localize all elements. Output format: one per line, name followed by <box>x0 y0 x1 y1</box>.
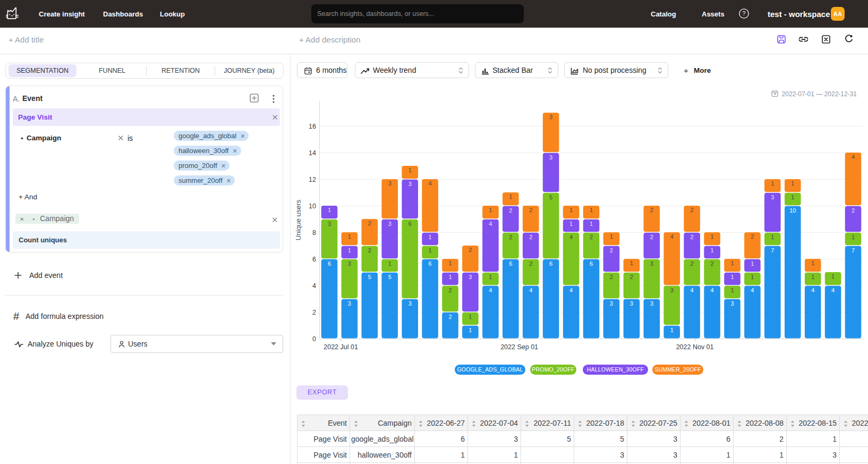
svg-text:1: 1 <box>730 287 734 293</box>
svg-text:3: 3 <box>670 287 674 293</box>
svg-text:1: 1 <box>711 233 714 240</box>
svg-text:8: 8 <box>312 229 316 237</box>
svg-text:6: 6 <box>312 256 316 263</box>
svg-text:12: 12 <box>309 176 316 183</box>
svg-text:3: 3 <box>650 260 653 267</box>
svg-text:1: 1 <box>328 207 331 213</box>
svg-text:3: 3 <box>388 180 392 187</box>
svg-text:10: 10 <box>789 207 796 214</box>
svg-text:3: 3 <box>630 300 633 307</box>
svg-text:6: 6 <box>549 260 552 267</box>
svg-text:4: 4 <box>569 234 573 240</box>
svg-text:3: 3 <box>771 194 774 200</box>
svg-text:0: 0 <box>312 335 316 343</box>
svg-text:2: 2 <box>368 220 371 226</box>
svg-text:1: 1 <box>831 273 835 280</box>
svg-text:5: 5 <box>549 194 552 200</box>
svg-text:1: 1 <box>791 180 794 187</box>
svg-text:3: 3 <box>348 300 351 307</box>
svg-text:2: 2 <box>529 260 532 267</box>
svg-text:1: 1 <box>429 247 432 254</box>
svg-text:2: 2 <box>509 207 512 214</box>
svg-text:2: 2 <box>630 274 633 280</box>
svg-text:1: 1 <box>429 234 432 240</box>
svg-text:14: 14 <box>309 149 316 157</box>
svg-text:?: ? <box>743 10 746 16</box>
svg-text:2: 2 <box>590 234 593 240</box>
svg-text:6: 6 <box>509 260 512 267</box>
svg-text:1: 1 <box>448 274 452 280</box>
svg-text:1: 1 <box>590 207 593 213</box>
svg-text:3: 3 <box>549 114 552 120</box>
svg-text:10: 10 <box>309 203 316 210</box>
svg-text:3: 3 <box>549 154 552 161</box>
svg-text:2022 Nov 01: 2022 Nov 01 <box>676 343 714 351</box>
svg-text:1: 1 <box>771 180 774 187</box>
svg-text:1: 1 <box>409 167 412 173</box>
svg-text:1: 1 <box>388 260 392 267</box>
svg-text:7: 7 <box>852 247 855 254</box>
svg-text:4: 4 <box>811 287 814 293</box>
svg-text:1: 1 <box>348 247 351 254</box>
svg-text:1: 1 <box>469 327 472 333</box>
svg-text:3: 3 <box>650 300 653 307</box>
svg-text:7: 7 <box>771 247 774 254</box>
svg-text:3: 3 <box>328 221 331 227</box>
svg-text:1: 1 <box>670 327 674 333</box>
svg-text:3: 3 <box>469 274 472 280</box>
svg-text:2: 2 <box>691 207 694 213</box>
svg-text:2: 2 <box>691 234 694 240</box>
svg-text:2: 2 <box>751 233 754 240</box>
svg-text:3: 3 <box>348 260 351 267</box>
svg-text:1: 1 <box>448 260 452 266</box>
svg-text:2: 2 <box>711 260 714 267</box>
svg-text:2: 2 <box>529 234 532 240</box>
svg-text:1: 1 <box>751 274 754 280</box>
svg-text:4: 4 <box>312 282 316 290</box>
svg-text:1: 1 <box>711 247 714 254</box>
svg-text:1: 1 <box>569 221 573 227</box>
svg-text:6: 6 <box>409 221 412 227</box>
svg-text:2: 2 <box>610 274 613 280</box>
svg-text:2: 2 <box>368 247 371 254</box>
svg-text:1: 1 <box>730 260 734 266</box>
svg-text:1: 1 <box>791 194 794 200</box>
svg-text:4: 4 <box>429 180 432 187</box>
svg-text:4: 4 <box>489 287 492 293</box>
svg-text:2022 Jul 01: 2022 Jul 01 <box>324 343 358 351</box>
svg-text:1: 1 <box>509 193 512 200</box>
svg-text:4: 4 <box>489 221 492 227</box>
svg-text:4: 4 <box>711 287 714 293</box>
svg-text:6: 6 <box>328 260 331 267</box>
svg-text:1: 1 <box>630 260 633 266</box>
svg-text:2: 2 <box>852 207 855 214</box>
svg-text:5: 5 <box>388 274 392 280</box>
svg-text:4: 4 <box>569 287 573 293</box>
svg-text:1: 1 <box>751 260 754 267</box>
svg-text:2: 2 <box>312 309 316 316</box>
svg-text:3: 3 <box>409 181 412 187</box>
svg-text:3: 3 <box>409 300 412 307</box>
svg-text:2: 2 <box>650 207 653 213</box>
svg-text:1: 1 <box>811 260 814 266</box>
svg-text:5: 5 <box>368 274 371 280</box>
svg-text:1: 1 <box>610 233 613 240</box>
svg-text:4: 4 <box>831 287 835 293</box>
svg-text:1: 1 <box>569 207 573 213</box>
svg-text:3: 3 <box>610 300 613 307</box>
svg-text:4: 4 <box>529 287 532 293</box>
svg-text:2022 Sep 01: 2022 Sep 01 <box>500 343 538 351</box>
svg-text:3: 3 <box>730 300 734 307</box>
svg-text:1: 1 <box>590 221 593 227</box>
svg-text:2: 2 <box>650 234 653 240</box>
svg-text:16: 16 <box>309 123 316 130</box>
svg-text:1: 1 <box>489 207 492 213</box>
svg-text:2: 2 <box>469 247 472 253</box>
svg-text:1: 1 <box>811 274 814 280</box>
svg-text:1: 1 <box>489 274 492 280</box>
svg-text:6: 6 <box>590 260 593 267</box>
svg-text:1: 1 <box>771 234 774 240</box>
svg-text:2: 2 <box>691 260 694 267</box>
svg-text:1: 1 <box>852 234 855 240</box>
svg-text:2: 2 <box>610 247 613 254</box>
